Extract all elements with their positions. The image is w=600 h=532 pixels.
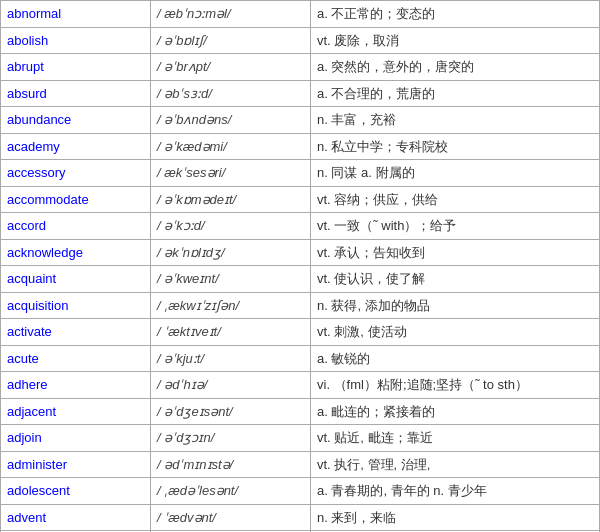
table-row: adolescent/ ˌædəˈlesənt/a. 青春期的, 青年的 n. … bbox=[1, 478, 600, 505]
table-row: academy/ əˈkædəmi/n. 私立中学；专科院校 bbox=[1, 133, 600, 160]
phonetic-cell: / əˈkædəmi/ bbox=[151, 133, 311, 160]
word-cell: adolescent bbox=[1, 478, 151, 505]
word-cell: adjoin bbox=[1, 425, 151, 452]
word-cell: activate bbox=[1, 319, 151, 346]
word-cell: adhere bbox=[1, 372, 151, 399]
phonetic-cell: / æbˈnɔːməl/ bbox=[151, 1, 311, 28]
table-row: abnormal/ æbˈnɔːməl/a. 不正常的；变态的 bbox=[1, 1, 600, 28]
table-row: abundance/ əˈbʌndəns/n. 丰富，充裕 bbox=[1, 107, 600, 134]
meaning-cell: n. 获得, 添加的物品 bbox=[311, 292, 600, 319]
meaning-cell: vt. 执行, 管理, 治理, bbox=[311, 451, 600, 478]
word-cell: advent bbox=[1, 504, 151, 531]
meaning-cell: n. 来到，来临 bbox=[311, 504, 600, 531]
meaning-cell: vt. 刺激, 使活动 bbox=[311, 319, 600, 346]
word-cell: abnormal bbox=[1, 1, 151, 28]
meaning-cell: a. 敏锐的 bbox=[311, 345, 600, 372]
table-row: adjacent/ əˈdʒeɪsənt/a. 毗连的；紧接着的 bbox=[1, 398, 600, 425]
word-cell: abolish bbox=[1, 27, 151, 54]
word-cell: acquisition bbox=[1, 292, 151, 319]
word-cell: acknowledge bbox=[1, 239, 151, 266]
meaning-cell: n. 同谋 a. 附属的 bbox=[311, 160, 600, 187]
table-row: acknowledge/ əkˈnɒlɪdʒ/vt. 承认；告知收到 bbox=[1, 239, 600, 266]
phonetic-cell: / ˈæktɪveɪt/ bbox=[151, 319, 311, 346]
word-cell: adjacent bbox=[1, 398, 151, 425]
table-row: accord/ əˈkɔːd/vt. 一致（˜ with）；给予 bbox=[1, 213, 600, 240]
word-cell: accord bbox=[1, 213, 151, 240]
phonetic-cell: / əˈkɒmədeɪt/ bbox=[151, 186, 311, 213]
meaning-cell: vt. 使认识，使了解 bbox=[311, 266, 600, 293]
phonetic-cell: / ˌækwɪˈzɪʃən/ bbox=[151, 292, 311, 319]
phonetic-cell: / ˌædəˈlesənt/ bbox=[151, 478, 311, 505]
table-row: accessory/ ækˈsesəri/n. 同谋 a. 附属的 bbox=[1, 160, 600, 187]
meaning-cell: vi. （fml）粘附;追随;坚持（˜ to sth） bbox=[311, 372, 600, 399]
meaning-cell: a. 青春期的, 青年的 n. 青少年 bbox=[311, 478, 600, 505]
table-row: adjoin/ əˈdʒɔɪn/vt. 贴近, 毗连；靠近 bbox=[1, 425, 600, 452]
phonetic-cell: / ədˈhɪə/ bbox=[151, 372, 311, 399]
table-row: advent/ ˈædvənt/n. 来到，来临 bbox=[1, 504, 600, 531]
word-cell: administer bbox=[1, 451, 151, 478]
meaning-cell: a. 不正常的；变态的 bbox=[311, 1, 600, 28]
word-cell: academy bbox=[1, 133, 151, 160]
table-row: accommodate/ əˈkɒmədeɪt/vt. 容纳；供应，供给 bbox=[1, 186, 600, 213]
word-cell: acute bbox=[1, 345, 151, 372]
table-row: administer/ ədˈmɪnɪstə/vt. 执行, 管理, 治理, bbox=[1, 451, 600, 478]
phonetic-cell: / əˈbrʌpt/ bbox=[151, 54, 311, 81]
meaning-cell: a. 不合理的，荒唐的 bbox=[311, 80, 600, 107]
phonetic-cell: / əˈkweɪnt/ bbox=[151, 266, 311, 293]
phonetic-cell: / əˈdʒeɪsənt/ bbox=[151, 398, 311, 425]
table-row: acute/ əˈkjuːt/a. 敏锐的 bbox=[1, 345, 600, 372]
table-row: abolish/ əˈbɒlɪʃ/vt. 废除，取消 bbox=[1, 27, 600, 54]
table-row: adhere/ ədˈhɪə/vi. （fml）粘附;追随;坚持（˜ to st… bbox=[1, 372, 600, 399]
meaning-cell: vt. 承认；告知收到 bbox=[311, 239, 600, 266]
meaning-cell: a. 突然的，意外的，唐突的 bbox=[311, 54, 600, 81]
word-cell: accessory bbox=[1, 160, 151, 187]
phonetic-cell: / əˈbʌndəns/ bbox=[151, 107, 311, 134]
phonetic-cell: / əˈkɔːd/ bbox=[151, 213, 311, 240]
meaning-cell: vt. 废除，取消 bbox=[311, 27, 600, 54]
word-cell: abrupt bbox=[1, 54, 151, 81]
table-row: acquisition/ ˌækwɪˈzɪʃən/n. 获得, 添加的物品 bbox=[1, 292, 600, 319]
vocabulary-table: abnormal/ æbˈnɔːməl/a. 不正常的；变态的abolish/ … bbox=[0, 0, 600, 532]
table-row: activate/ ˈæktɪveɪt/vt. 刺激, 使活动 bbox=[1, 319, 600, 346]
table-row: absurd/ əbˈsɜːd/a. 不合理的，荒唐的 bbox=[1, 80, 600, 107]
meaning-cell: vt. 一致（˜ with）；给予 bbox=[311, 213, 600, 240]
meaning-cell: vt. 贴近, 毗连；靠近 bbox=[311, 425, 600, 452]
meaning-cell: vt. 容纳；供应，供给 bbox=[311, 186, 600, 213]
meaning-cell: n. 丰富，充裕 bbox=[311, 107, 600, 134]
word-cell: acquaint bbox=[1, 266, 151, 293]
phonetic-cell: / ədˈmɪnɪstə/ bbox=[151, 451, 311, 478]
phonetic-cell: / əkˈnɒlɪdʒ/ bbox=[151, 239, 311, 266]
table-row: acquaint/ əˈkweɪnt/vt. 使认识，使了解 bbox=[1, 266, 600, 293]
word-cell: absurd bbox=[1, 80, 151, 107]
phonetic-cell: / əˈdʒɔɪn/ bbox=[151, 425, 311, 452]
word-cell: accommodate bbox=[1, 186, 151, 213]
table-row: abrupt/ əˈbrʌpt/a. 突然的，意外的，唐突的 bbox=[1, 54, 600, 81]
phonetic-cell: / ˈædvənt/ bbox=[151, 504, 311, 531]
word-cell: abundance bbox=[1, 107, 151, 134]
meaning-cell: a. 毗连的；紧接着的 bbox=[311, 398, 600, 425]
phonetic-cell: / ækˈsesəri/ bbox=[151, 160, 311, 187]
meaning-cell: n. 私立中学；专科院校 bbox=[311, 133, 600, 160]
phonetic-cell: / əbˈsɜːd/ bbox=[151, 80, 311, 107]
phonetic-cell: / əˈkjuːt/ bbox=[151, 345, 311, 372]
phonetic-cell: / əˈbɒlɪʃ/ bbox=[151, 27, 311, 54]
